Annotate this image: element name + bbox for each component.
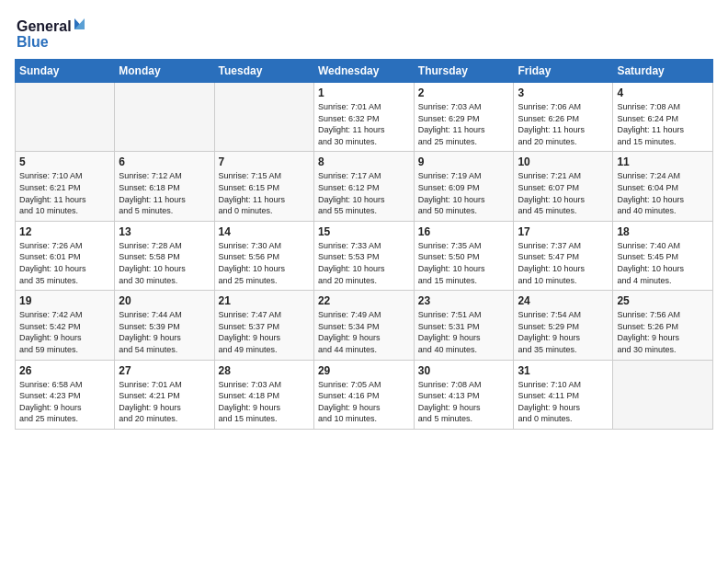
calendar-cell: 18Sunrise: 7:40 AM Sunset: 5:45 PM Dayli… [613,221,713,290]
svg-text:Blue: Blue [17,34,49,50]
day-number: 31 [518,364,609,377]
page-header: GeneralBlue [15,15,713,52]
calendar-cell: 30Sunrise: 7:08 AM Sunset: 4:13 PM Dayli… [414,360,514,429]
day-number: 12 [19,225,110,238]
calendar-cell: 12Sunrise: 7:26 AM Sunset: 6:01 PM Dayli… [16,221,115,290]
day-number: 10 [518,155,609,168]
day-info: Sunrise: 7:01 AM Sunset: 4:21 PM Dayligh… [119,379,210,425]
calendar-cell [613,360,713,429]
calendar-cell: 14Sunrise: 7:30 AM Sunset: 5:56 PM Dayli… [214,221,313,290]
day-number: 19 [19,294,110,307]
day-number: 22 [318,294,410,307]
calendar-cell: 27Sunrise: 7:01 AM Sunset: 4:21 PM Dayli… [115,360,214,429]
day-number: 15 [318,225,410,238]
day-info: Sunrise: 7:03 AM Sunset: 6:29 PM Dayligh… [418,101,510,147]
calendar-cell: 7Sunrise: 7:15 AM Sunset: 6:15 PM Daylig… [214,152,313,221]
day-number: 14 [219,225,310,238]
day-info: Sunrise: 7:21 AM Sunset: 6:07 PM Dayligh… [518,170,609,216]
calendar-cell: 24Sunrise: 7:54 AM Sunset: 5:29 PM Dayli… [514,291,613,360]
calendar-cell: 28Sunrise: 7:03 AM Sunset: 4:18 PM Dayli… [214,360,313,429]
day-info: Sunrise: 7:19 AM Sunset: 6:09 PM Dayligh… [418,170,510,216]
weekday-header: Wednesday [313,60,414,83]
day-info: Sunrise: 7:35 AM Sunset: 5:50 PM Dayligh… [418,240,510,286]
day-info: Sunrise: 7:44 AM Sunset: 5:39 PM Dayligh… [119,309,210,355]
day-info: Sunrise: 7:33 AM Sunset: 5:53 PM Dayligh… [318,240,410,286]
day-info: Sunrise: 7:42 AM Sunset: 5:42 PM Dayligh… [19,309,110,355]
day-number: 2 [418,86,510,99]
day-info: Sunrise: 7:03 AM Sunset: 4:18 PM Dayligh… [219,379,310,425]
day-info: Sunrise: 7:06 AM Sunset: 6:26 PM Dayligh… [518,101,609,147]
calendar-cell: 22Sunrise: 7:49 AM Sunset: 5:34 PM Dayli… [313,291,414,360]
day-info: Sunrise: 7:08 AM Sunset: 4:13 PM Dayligh… [418,379,510,425]
weekday-header: Tuesday [214,60,313,83]
calendar-cell: 15Sunrise: 7:33 AM Sunset: 5:53 PM Dayli… [313,221,414,290]
day-number: 11 [617,155,709,168]
day-info: Sunrise: 7:49 AM Sunset: 5:34 PM Dayligh… [318,309,410,355]
day-number: 3 [518,86,609,99]
calendar-cell: 13Sunrise: 7:28 AM Sunset: 5:58 PM Dayli… [115,221,214,290]
logo-icon: GeneralBlue [15,15,88,52]
day-number: 23 [418,294,510,307]
day-number: 21 [219,294,310,307]
calendar-cell: 23Sunrise: 7:51 AM Sunset: 5:31 PM Dayli… [414,291,514,360]
calendar-cell [16,83,115,152]
day-number: 27 [119,364,210,377]
day-number: 1 [318,86,410,99]
day-info: Sunrise: 7:12 AM Sunset: 6:18 PM Dayligh… [119,170,210,216]
calendar-cell: 3Sunrise: 7:06 AM Sunset: 6:26 PM Daylig… [514,83,613,152]
calendar-cell: 17Sunrise: 7:37 AM Sunset: 5:47 PM Dayli… [514,221,613,290]
calendar-week-row: 5Sunrise: 7:10 AM Sunset: 6:21 PM Daylig… [16,152,713,221]
weekday-header: Friday [514,60,613,83]
weekday-header: Sunday [16,60,115,83]
day-number: 7 [219,155,310,168]
day-info: Sunrise: 7:26 AM Sunset: 6:01 PM Dayligh… [19,240,110,286]
day-number: 16 [418,225,510,238]
calendar-cell [214,83,313,152]
calendar-cell: 25Sunrise: 7:56 AM Sunset: 5:26 PM Dayli… [613,291,713,360]
day-number: 8 [318,155,410,168]
calendar-table: SundayMondayTuesdayWednesdayThursdayFrid… [15,59,713,430]
day-number: 17 [518,225,609,238]
day-info: Sunrise: 7:15 AM Sunset: 6:15 PM Dayligh… [219,170,310,216]
calendar-cell: 9Sunrise: 7:19 AM Sunset: 6:09 PM Daylig… [414,152,514,221]
day-info: Sunrise: 7:54 AM Sunset: 5:29 PM Dayligh… [518,309,609,355]
day-info: Sunrise: 7:56 AM Sunset: 5:26 PM Dayligh… [617,309,709,355]
day-number: 5 [19,155,110,168]
calendar-cell: 16Sunrise: 7:35 AM Sunset: 5:50 PM Dayli… [414,221,514,290]
day-info: Sunrise: 7:47 AM Sunset: 5:37 PM Dayligh… [219,309,310,355]
day-info: Sunrise: 7:01 AM Sunset: 6:32 PM Dayligh… [318,101,410,147]
day-info: Sunrise: 7:10 AM Sunset: 4:11 PM Dayligh… [518,379,609,425]
day-info: Sunrise: 7:28 AM Sunset: 5:58 PM Dayligh… [119,240,210,286]
calendar-week-row: 1Sunrise: 7:01 AM Sunset: 6:32 PM Daylig… [16,83,713,152]
svg-text:General: General [17,18,72,34]
day-info: Sunrise: 7:30 AM Sunset: 5:56 PM Dayligh… [219,240,310,286]
day-info: Sunrise: 6:58 AM Sunset: 4:23 PM Dayligh… [19,379,110,425]
day-number: 20 [119,294,210,307]
day-number: 26 [19,364,110,377]
day-number: 18 [617,225,709,238]
calendar-cell: 29Sunrise: 7:05 AM Sunset: 4:16 PM Dayli… [313,360,414,429]
calendar-cell: 20Sunrise: 7:44 AM Sunset: 5:39 PM Dayli… [115,291,214,360]
day-info: Sunrise: 7:10 AM Sunset: 6:21 PM Dayligh… [19,170,110,216]
logo: GeneralBlue [15,15,88,52]
calendar-cell: 19Sunrise: 7:42 AM Sunset: 5:42 PM Dayli… [16,291,115,360]
day-number: 4 [617,86,709,99]
calendar-cell: 31Sunrise: 7:10 AM Sunset: 4:11 PM Dayli… [514,360,613,429]
calendar-cell: 8Sunrise: 7:17 AM Sunset: 6:12 PM Daylig… [313,152,414,221]
weekday-header: Monday [115,60,214,83]
day-number: 13 [119,225,210,238]
calendar-cell: 2Sunrise: 7:03 AM Sunset: 6:29 PM Daylig… [414,83,514,152]
calendar-week-row: 26Sunrise: 6:58 AM Sunset: 4:23 PM Dayli… [16,360,713,429]
day-info: Sunrise: 7:08 AM Sunset: 6:24 PM Dayligh… [617,101,709,147]
calendar-cell: 11Sunrise: 7:24 AM Sunset: 6:04 PM Dayli… [613,152,713,221]
calendar-header-row: SundayMondayTuesdayWednesdayThursdayFrid… [16,60,713,83]
day-info: Sunrise: 7:40 AM Sunset: 5:45 PM Dayligh… [617,240,709,286]
calendar-cell: 5Sunrise: 7:10 AM Sunset: 6:21 PM Daylig… [16,152,115,221]
day-info: Sunrise: 7:51 AM Sunset: 5:31 PM Dayligh… [418,309,510,355]
day-number: 6 [119,155,210,168]
calendar-week-row: 12Sunrise: 7:26 AM Sunset: 6:01 PM Dayli… [16,221,713,290]
day-number: 9 [418,155,510,168]
calendar-week-row: 19Sunrise: 7:42 AM Sunset: 5:42 PM Dayli… [16,291,713,360]
calendar-cell: 21Sunrise: 7:47 AM Sunset: 5:37 PM Dayli… [214,291,313,360]
weekday-header: Saturday [613,60,713,83]
